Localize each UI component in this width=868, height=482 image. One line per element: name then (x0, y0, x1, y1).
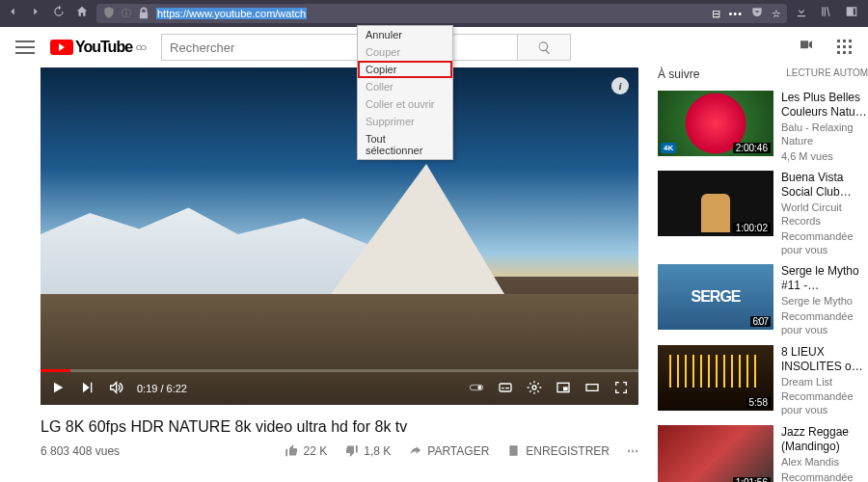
thumbnail[interactable]: 1:01:56 (658, 425, 773, 482)
search-input[interactable] (161, 34, 518, 61)
miniplayer-icon[interactable] (556, 380, 571, 397)
lock-icon (137, 7, 150, 20)
suggested-title: Les Plus Belles Couleurs Nature en 4K II… (781, 91, 868, 120)
context-menu: Annuler Couper Copier Coller Coller et o… (357, 25, 453, 160)
library-icon[interactable] (820, 5, 833, 22)
ctx-cut[interactable]: Couper (358, 43, 452, 61)
url-text: https://www.youtube.com/watch (156, 8, 307, 19)
suggested-title: 8 LIEUX INSOLITES où la LOGIQUE (781, 345, 868, 374)
info-icon: ⓘ (122, 7, 131, 20)
settings-icon[interactable] (527, 380, 542, 397)
suggested-title: Jazz Reggae (Mandingo) (781, 425, 868, 454)
forward-icon[interactable] (29, 5, 42, 22)
duration-badge: 1:01:56 (733, 477, 771, 482)
star-icon[interactable]: ☆ (772, 8, 781, 20)
shield-icon (102, 6, 116, 21)
fullscreen-icon[interactable] (613, 380, 629, 397)
view-count: 6 803 408 vues (41, 444, 120, 458)
ctx-undo[interactable]: Annuler (358, 26, 452, 43)
cards-icon[interactable]: i (611, 77, 629, 94)
ctx-paste[interactable]: Coller (358, 78, 452, 95)
url-bar[interactable]: ⓘ https://www.youtube.com/watch ⊟ ••• ☆ (96, 4, 787, 23)
time-display: 0:19 / 6:22 (137, 383, 187, 394)
camera-icon[interactable] (797, 38, 816, 57)
reload-icon[interactable] (52, 5, 66, 22)
back-icon[interactable] (6, 5, 19, 22)
svg-rect-5 (563, 387, 568, 390)
duration-badge: 6:07 (750, 316, 771, 327)
suggested-video[interactable]: 1:01:56Jazz Reggae (Mandingo)Alex Mandis… (658, 425, 868, 482)
play-icon[interactable] (50, 380, 66, 397)
autoplay-toggle[interactable] (469, 380, 484, 397)
subtitles-icon[interactable] (498, 380, 513, 397)
svg-point-1 (477, 386, 481, 389)
suggested-meta: Recommandée pour vous (781, 310, 868, 337)
suggested-meta: Recommandée pour vous (781, 390, 868, 417)
suggested-meta: Recommandée pour vous (781, 471, 868, 483)
suggested-channel: Balu - Relaxing Nature (781, 121, 868, 148)
thumbnail[interactable]: 5:58 (658, 345, 773, 411)
save-button[interactable]: ENREGISTRER (506, 443, 610, 458)
thumbnail[interactable]: SERGE6:07 (658, 264, 773, 330)
like-button[interactable]: 22 K (285, 443, 328, 458)
dislike-button[interactable]: 1,8 K (344, 443, 391, 458)
ctx-delete[interactable]: Supprimer (358, 113, 452, 130)
region-code: CO (136, 43, 146, 52)
pocket-icon[interactable] (750, 6, 764, 21)
badge-4k: 4K (661, 143, 676, 153)
duration-badge: 2:00:46 (733, 143, 771, 153)
ctx-paste-go[interactable]: Coller et ouvrir (358, 95, 452, 113)
download-icon[interactable] (795, 5, 808, 22)
more-icon[interactable]: ••• (728, 8, 743, 19)
suggested-title: Buena Vista Social Club album (781, 171, 868, 200)
suggested-meta: 4,6 M vues (781, 150, 868, 164)
video-title: LG 8K 60fps HDR NATURE 8k video ultra hd… (41, 418, 638, 436)
up-next-label: À suivre (658, 67, 699, 81)
video-player[interactable]: i 0:19 / 6:22 (41, 67, 638, 405)
youtube-logo[interactable]: YouTube CO (50, 39, 146, 56)
suggested-channel: Dream List (781, 376, 868, 389)
suggested-video[interactable]: 1:00:02Buena Vista Social Club albumWorl… (658, 171, 868, 256)
duration-badge: 5:58 (746, 397, 771, 408)
thumbnail[interactable]: 4K2:00:46 (658, 91, 773, 156)
search-icon (537, 40, 552, 55)
player-controls: 0:19 / 6:22 (41, 372, 638, 405)
ctx-select-all[interactable]: Tout sélectionner (358, 130, 452, 159)
theater-icon[interactable] (584, 380, 600, 397)
suggested-channel: World Circuit Records (781, 201, 868, 228)
suggested-video[interactable]: 5:588 LIEUX INSOLITES où la LOGIQUEDream… (658, 345, 868, 417)
search-button[interactable] (518, 34, 571, 61)
duration-badge: 1:00:02 (733, 223, 771, 233)
suggested-channel: Alex Mandis (781, 456, 868, 469)
volume-icon[interactable] (108, 380, 123, 397)
sidebar-icon[interactable] (845, 5, 858, 22)
suggested-title: Serge le Mytho #11 - descendant de Louis (781, 264, 868, 293)
menu-icon[interactable] (15, 40, 35, 54)
autoplay-label: LECTURE AUTOM (786, 67, 868, 81)
home-icon[interactable] (75, 5, 89, 22)
reader-icon[interactable]: ⊟ (712, 8, 720, 20)
next-icon[interactable] (79, 380, 95, 397)
ctx-copy[interactable]: Copier (358, 61, 452, 78)
suggested-video[interactable]: 4K2:00:46Les Plus Belles Couleurs Nature… (658, 91, 868, 163)
share-button[interactable]: PARTAGER (408, 443, 489, 458)
suggested-channel: Serge le Mytho (781, 295, 868, 308)
suggested-video[interactable]: SERGE6:07Serge le Mytho #11 - descendant… (658, 264, 868, 336)
suggested-meta: Recommandée pour vous (781, 230, 868, 257)
svg-point-3 (532, 386, 536, 389)
browser-toolbar: ⓘ https://www.youtube.com/watch ⊟ ••• ☆ (0, 0, 868, 27)
more-actions-icon[interactable]: ⋯ (627, 444, 638, 458)
sidebar: À suivre LECTURE AUTOM 4K2:00:46Les Plus… (658, 67, 868, 482)
youtube-play-icon (50, 40, 73, 55)
thumbnail[interactable]: 1:00:02 (658, 171, 773, 236)
youtube-wordmark: YouTube (75, 39, 132, 56)
apps-icon[interactable] (837, 40, 853, 55)
svg-rect-6 (586, 385, 598, 391)
